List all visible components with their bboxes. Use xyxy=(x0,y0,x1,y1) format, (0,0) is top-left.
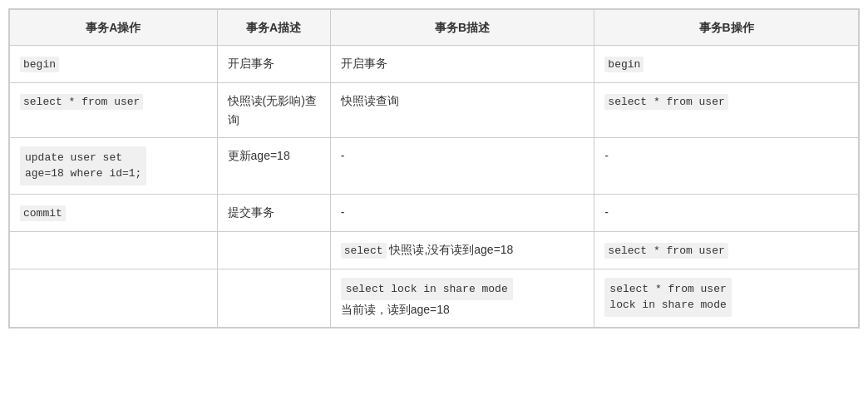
table-row: select lock in share mode当前读，读到age=18 se… xyxy=(10,269,859,328)
row5-b-op: select * from user xyxy=(594,231,859,269)
transaction-table: 事务A操作 事务A描述 事务B描述 事务B操作 begin 开启事务 开启事务 … xyxy=(9,9,859,328)
row3-a-op: update user set age=18 where id=1; xyxy=(10,137,218,194)
row4-b-op: - xyxy=(594,194,859,231)
row2-a-desc: 快照读(无影响)查询 xyxy=(217,83,330,138)
header-col1: 事务A操作 xyxy=(10,10,218,46)
row2-b-desc: 快照读查询 xyxy=(330,83,594,138)
row5-a-op xyxy=(10,231,218,269)
header-col3: 事务B描述 xyxy=(330,10,594,46)
row3-a-desc: 更新age=18 xyxy=(217,137,330,194)
row4-a-op: commit xyxy=(10,194,218,231)
row6-b-desc: select lock in share mode当前读，读到age=18 xyxy=(330,269,594,328)
row1-a-desc: 开启事务 xyxy=(217,46,330,83)
row5-a-desc xyxy=(217,231,330,269)
table-row: commit 提交事务 - - xyxy=(10,194,859,231)
row2-a-op: select * from user xyxy=(10,83,218,138)
main-table-container: 事务A操作 事务A描述 事务B描述 事务B操作 begin 开启事务 开启事务 … xyxy=(8,8,860,329)
row1-b-desc: 开启事务 xyxy=(330,46,594,83)
row6-b-op: select * from user lock in share mode xyxy=(594,269,859,328)
row4-b-desc: - xyxy=(330,194,594,231)
table-header-row: 事务A操作 事务A描述 事务B描述 事务B操作 xyxy=(10,10,859,46)
row6-a-op xyxy=(10,269,218,328)
row5-b-desc: select 快照读,没有读到age=18 xyxy=(330,231,594,269)
row4-a-desc: 提交事务 xyxy=(217,194,330,231)
table-row: select 快照读,没有读到age=18 select * from user xyxy=(10,231,859,269)
row6-a-desc xyxy=(217,269,330,328)
table-row: select * from user 快照读(无影响)查询 快照读查询 sele… xyxy=(10,83,859,138)
row3-b-op: - xyxy=(594,137,859,194)
header-col4: 事务B操作 xyxy=(594,10,859,46)
row1-a-op: begin xyxy=(10,46,218,83)
row2-b-op: select * from user xyxy=(594,83,859,138)
table-row: update user set age=18 where id=1; 更新age… xyxy=(10,137,859,194)
header-col2: 事务A描述 xyxy=(217,10,330,46)
table-row: begin 开启事务 开启事务 begin xyxy=(10,46,859,83)
row3-b-desc: - xyxy=(330,137,594,194)
row1-b-op: begin xyxy=(594,46,859,83)
